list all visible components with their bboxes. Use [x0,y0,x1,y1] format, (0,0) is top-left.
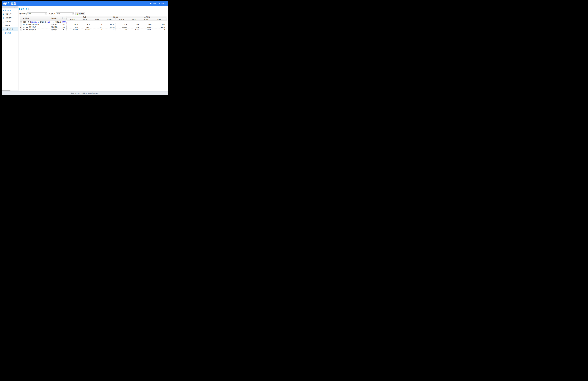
change-date-label: 变更日期: [40,21,46,23]
edit-document-icon [2,13,4,15]
col-group-quantity: 数量 [66,16,103,18]
speaker-icon [2,17,4,19]
sidebar-item-change-declaration[interactable]: 变更申报 [2,20,18,23]
col-header-qty-delta: 增减量 [91,18,103,21]
item-unit: m3 [61,23,66,26]
category-select[interactable]: 全部 [56,12,74,15]
item-type: 普通清单 [48,23,61,26]
row-number: 3 [20,28,22,31]
price-before: 150.23 [103,26,115,28]
sidebar-group-label: 变更管理 [5,9,11,11]
amt-delta: 75 [152,28,166,31]
notifications-label: 通知 [153,2,156,5]
qty-before: 43.25 [66,23,79,26]
col-header-filler [166,16,167,21]
user-label: 管理员 [161,2,166,5]
copyright-text: Copyright 2014-2021, All Rights Reserved [71,92,99,94]
user-icon [159,3,161,4]
amt-after: 4655 [140,23,152,26]
table-row[interactable]: 1 202-3-a 钢筋混凝土结构 普通清单 m3 43.25 23.25 -2… [20,23,167,26]
caret-down-icon [3,10,4,11]
row-number: 1 [20,23,22,26]
amt-delta: -4004 [152,23,166,26]
qty-before: 6368.1 [66,28,79,31]
swap-squares-icon [2,24,4,26]
col-group-amount: 金额(元) [128,16,166,18]
pie-chart-icon [77,13,79,15]
contract-select[interactable]: SG-1 [26,12,47,15]
contract-select-value: SG-1 [27,13,45,15]
collapse-toggle-icon[interactable] [20,21,22,22]
price-after: 15 [115,28,128,31]
item-name: 202-3-a 钢筋混凝土结构 [22,23,48,26]
col-header-type: 清单类型 [48,16,61,21]
main-area: 变更令台账 合同编号: SG-1 变更类别: 全部 [18,6,168,91]
qty-delta: 5 [91,28,103,31]
filler-cell [166,23,167,26]
col-header-price-before: 变更前 [103,18,115,21]
col-header-amt-delta: 增减量 [152,18,166,21]
group-row: 变更令编号:MBSG-1-10 变更日期:2017-04-30 增减金额:110… [20,21,167,23]
table-row[interactable]: 3 202-3-e 拆除隔离栅 普通清单 m 6368.1 6373.1 5 1… [20,28,167,31]
page-title-block: 变更令台账 [20,8,167,10]
qty-after: 23.25 [79,23,91,26]
sidebar-resize-grip[interactable] [2,6,18,8]
col-header-name: 清单名称 [22,16,48,21]
app-window: 计付通 通知 管理员 变更管理 [2,1,168,95]
notifications-button[interactable]: 通知 [150,2,156,5]
sidebar: 变更管理 变更立项 变更通知 [2,6,18,91]
col-header-unit: 单位 [61,16,66,21]
category-label: 变更类别: [49,13,56,15]
item-type: 普通清单 [48,28,61,31]
col-header-rownum [20,16,22,21]
sidebar-item-change-order[interactable]: 变更令 [2,23,18,27]
price-before: 15 [103,28,115,31]
title-accent-bar [20,8,20,10]
amt-delta: 15023 [152,26,166,28]
qty-before: 12.4 [66,26,79,28]
amt-before: 95522 [128,28,140,31]
report-book-button[interactable]: 报表册 [75,12,85,15]
sidebar-item-label: 变更立项 [5,13,12,15]
sidebar-item-change-initiation[interactable]: 变更立项 [2,12,18,16]
col-header-qty-before: 变更前 [66,18,79,21]
sidebar-empty-space [2,35,18,90]
change-order-link[interactable]: MBSG-1-10 [31,21,40,23]
edit-pencil-icon [2,21,4,22]
main-panel: 变更令台账 合同编号: SG-1 变更类别: 全部 [18,6,167,91]
app-title: 计付通 [8,2,16,5]
user-menu[interactable]: 管理员 [159,2,166,5]
order-number-label: 变更令编号: [23,21,31,23]
scrollbar-thumb[interactable] [2,90,11,91]
row-number: 2 [20,26,22,28]
chevron-down-icon [45,13,47,15]
ledger-table: 清单名称 清单类型 单位 数量 单价(元) 金额(元) 变更前 变更后 增减量 [20,16,167,31]
filler-cell [166,26,167,28]
sidebar-item-label: 变更令 [5,24,10,26]
item-unit: m3 [61,26,66,28]
category-select-value: 全部 [57,13,72,15]
sidebar-item-change-order-ledger[interactable]: 变更令台账 [2,27,18,31]
screen: { "app": { "title": "计付通", "notification… [0,0,169,95]
delta-amount-label: 增减金额: [55,21,62,23]
table-row[interactable]: 2 202-3-b 混凝土结构 普通清单 m3 12.4 112.4 100 1… [20,26,167,28]
filler-cell [166,28,167,31]
logo-icon [3,2,7,5]
amt-after: 95597 [140,28,152,31]
change-date-value: 2017-04-30 [46,21,54,23]
col-header-price-after: 变更后 [115,18,128,21]
page-title: 变更令台账 [21,8,29,10]
amt-after: 16886 [140,26,152,28]
item-type: 普通清单 [48,26,61,28]
sidebar-group-change-management[interactable]: 变更管理 [2,8,18,12]
sidebar-group-zero-change[interactable]: 零号变更 [2,31,18,35]
sidebar-item-label: 变更申报 [5,21,12,23]
item-name: 202-3-e 拆除隔离栅 [22,28,48,31]
price-before: 200.21 [103,23,115,26]
sidebar-item-change-notice[interactable]: 变更通知 [2,16,18,20]
sidebar-horizontal-scrollbar[interactable] [2,90,18,91]
content-area: 变更管理 变更立项 变更通知 [2,6,168,91]
report-button-label: 报表册 [79,13,84,15]
col-header-amt-after: 变更后 [140,18,152,21]
qty-after: 112.4 [79,26,91,28]
